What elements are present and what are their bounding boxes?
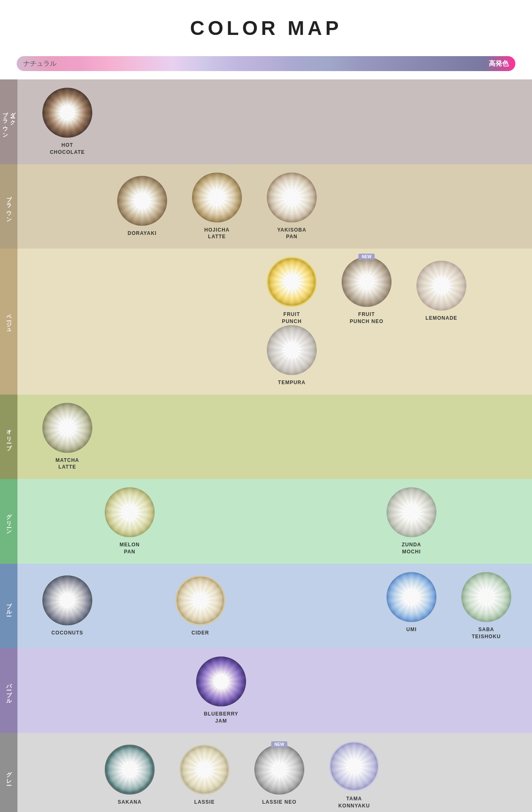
gradient-bar: ナチュラル 高発色	[17, 56, 515, 71]
list-item: COCONUTS	[30, 575, 105, 637]
row-label-grey: グレー	[0, 733, 17, 812]
row-label-brown: ブラウン	[0, 164, 17, 249]
lens-label-yakisoba: YAKISOBAPAN	[277, 227, 306, 241]
lens-sakana	[105, 745, 155, 795]
lens-label-lassie-neo: LASSIE NEO	[262, 799, 297, 806]
list-item: DORAYAKI	[105, 176, 180, 237]
row-content-dark-brown: HOTCHOCOLATE	[17, 79, 532, 164]
gradient-label-left: ナチュラル	[23, 59, 57, 68]
green-left-group: MELONPAN	[30, 487, 167, 555]
row-label-purple: パープル	[0, 648, 17, 733]
new-badge-lassie-neo: NEW	[271, 741, 287, 748]
row-beige: ベージュ FRUITPUNCH NEW FRUITPUNCH NEO LEMON…	[0, 249, 532, 394]
list-item: LASSIE	[167, 745, 242, 806]
lens-cider	[175, 575, 225, 625]
lens-label-fruit-punch-neo: FRUITPUNCH NEO	[350, 311, 383, 325]
lens-label-melon: MELONPAN	[120, 541, 140, 555]
lens-lemonade	[416, 261, 466, 311]
lens-label-dorayaki: DORAYAKI	[128, 230, 157, 237]
lens-label-saba: SABATEISHOKU	[472, 626, 501, 640]
lens-wrapper-lassie-neo: NEW	[254, 745, 304, 799]
lens-wrapper-fruit-punch-neo: NEW	[342, 257, 392, 311]
row-label-olive: オリーブ	[0, 395, 17, 479]
row-olive: オリーブ MATCHALATTE	[0, 395, 532, 479]
row-content-grey: SAKANA LASSIE NEW LASSIE NEO TAMAKONNYAK…	[17, 733, 532, 812]
lens-coconuts	[42, 575, 92, 625]
row-grey: グレー SAKANA LASSIE NEW LASSIE NEO TAMAKON…	[0, 733, 532, 812]
lens-matcha-latte	[42, 403, 92, 453]
new-badge: NEW	[358, 254, 374, 260]
list-item: FRUITPUNCH	[254, 257, 329, 325]
list-item: NEW LASSIE NEO	[242, 745, 317, 806]
green-right-group: ZUNDAMOCHI	[374, 487, 449, 555]
row-content-purple: BLUEBERRYJAM	[17, 648, 532, 733]
lens-wrapper-hot-chocolate	[42, 88, 92, 142]
row-label-green: グリーン	[0, 479, 17, 564]
list-item: SABATEISHOKU	[449, 572, 524, 640]
row-green: グリーン MELONPAN ZUNDAMOCHI	[0, 479, 532, 564]
lens-label-coconuts: COCONUTS	[52, 629, 84, 637]
row-purple: パープル BLUEBERRYJAM	[0, 648, 532, 733]
list-item: TAMAKONNYAKU	[317, 741, 392, 810]
lens-dorayaki	[117, 176, 167, 226]
row-label-beige: ベージュ	[0, 249, 17, 394]
row-brown: ブラウン DORAYAKI HOJICHALATTE YAKISOBAPAN	[0, 164, 532, 249]
blue-left-group: COCONUTS CIDER	[30, 575, 238, 637]
page: COLOR MAP ナチュラル 高発色 ダークブラウン HOTCHOCOLATE…	[0, 0, 532, 812]
title-section: COLOR MAP	[0, 0, 532, 48]
lens-label-lassie: LASSIE	[194, 799, 214, 806]
lens-label-tempura: TEMPURA	[278, 379, 305, 386]
lens-fruit-punch	[267, 257, 317, 307]
lens-blueberry-jam	[196, 657, 246, 706]
list-item: HOTCHOCOLATE	[30, 88, 105, 156]
lens-label-hot-chocolate: HOTCHOCOLATE	[50, 142, 85, 156]
lens-label-lemonade: LEMONADE	[426, 315, 458, 322]
list-item: UMI	[374, 572, 449, 640]
row-label-blue: ブルー	[0, 564, 17, 649]
lens-label-sakana: SAKANA	[118, 799, 141, 806]
row-content-blue: COCONUTS CIDER UMI SABATEISHOKU	[17, 564, 532, 649]
lens-label-fruit-punch: FRUITPUNCH	[282, 311, 302, 325]
row-label-dark-brown: ダークブラウン	[0, 79, 17, 164]
row-content-olive: MATCHALATTE	[17, 395, 532, 479]
lens-label-umi: UMI	[406, 626, 417, 633]
lens-lassie-neo	[254, 745, 304, 795]
row-content-brown: DORAYAKI HOJICHALATTE YAKISOBAPAN	[17, 164, 532, 249]
lens-yakisoba-pan	[267, 173, 317, 222]
list-item: ZUNDAMOCHI	[374, 487, 449, 555]
lens-tama-konnyaku	[329, 741, 379, 791]
list-item: NEW FRUITPUNCH NEO	[329, 257, 404, 325]
list-item: MELONPAN	[92, 487, 167, 555]
lens-fruit-punch-neo	[342, 257, 392, 307]
list-item: YAKISOBAPAN	[254, 173, 329, 241]
lens-label-hojicha: HOJICHALATTE	[204, 227, 229, 241]
list-item: LEMONADE	[404, 261, 479, 322]
lens-label-zunda: ZUNDAMOCHI	[402, 541, 421, 555]
lens-umi	[387, 572, 436, 622]
row-dark-brown: ダークブラウン HOTCHOCOLATE	[0, 79, 532, 164]
list-item: HOJICHALATTE	[180, 173, 254, 241]
list-item: MATCHALATTE	[30, 403, 105, 471]
lens-hot-chocolate	[42, 88, 92, 138]
lens-label-tama: TAMAKONNYAKU	[338, 795, 370, 810]
row-blue: ブルー COCONUTS CIDER UMI SABA	[0, 564, 532, 649]
lens-label-blueberry: BLUEBERRYJAM	[204, 711, 238, 725]
lens-hojicha-latte	[192, 173, 242, 222]
lens-tempura	[267, 325, 317, 375]
list-item: TEMPURA	[254, 325, 329, 386]
list-item: CIDER	[163, 575, 238, 637]
lens-zunda-mochi	[387, 487, 436, 537]
lens-label-matcha: MATCHALATTE	[55, 457, 79, 471]
lens-label-cider: CIDER	[192, 629, 209, 637]
row-content-beige: FRUITPUNCH NEW FRUITPUNCH NEO LEMONADE T…	[17, 249, 532, 394]
row-content-green: MELONPAN ZUNDAMOCHI	[17, 479, 532, 564]
lens-lassie	[180, 745, 229, 795]
list-item: BLUEBERRYJAM	[184, 657, 259, 725]
blue-right-group: UMI SABATEISHOKU	[374, 572, 524, 640]
list-item: SAKANA	[92, 745, 167, 806]
lens-saba-teishoku	[461, 572, 511, 622]
gradient-label-right: 高発色	[489, 59, 509, 68]
page-title: COLOR MAP	[0, 17, 532, 39]
lens-melon-pan	[105, 487, 155, 537]
